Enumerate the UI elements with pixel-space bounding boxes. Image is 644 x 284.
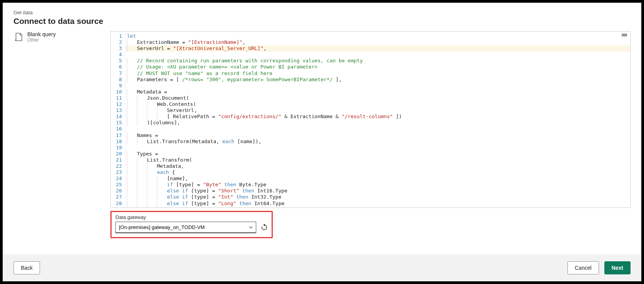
refresh-icon[interactable]	[261, 224, 268, 231]
source-type-item[interactable]: Blank query Other	[13, 31, 110, 238]
data-gateway-section: Data gateway [On-premises] gateway_on_TO…	[110, 211, 273, 238]
back-button[interactable]: Back	[13, 261, 40, 274]
breadcrumb: Get data	[13, 10, 641, 15]
data-gateway-label: Data gateway	[115, 214, 268, 220]
next-button[interactable]: Next	[604, 261, 631, 274]
blank-query-icon	[13, 32, 23, 42]
cancel-button[interactable]: Cancel	[567, 261, 599, 274]
editor-code-area[interactable]: letExtractionName = "[ExtractionName]",S…	[125, 32, 630, 207]
source-type-title: Blank query	[27, 31, 56, 37]
data-gateway-value: [On-premises] gateway_on_TODD-VM	[119, 224, 205, 230]
data-gateway-select[interactable]: [On-premises] gateway_on_TODD-VM	[115, 222, 256, 233]
code-editor[interactable]: 1234567891011121314151617181920212223242…	[110, 31, 631, 208]
footer-bar: Back Cancel Next	[3, 254, 641, 281]
page-title: Connect to data source	[13, 17, 641, 26]
editor-gutter: 1234567891011121314151617181920212223242…	[111, 32, 125, 207]
source-type-subtitle: Other	[27, 37, 56, 43]
chevron-down-icon	[249, 226, 253, 229]
